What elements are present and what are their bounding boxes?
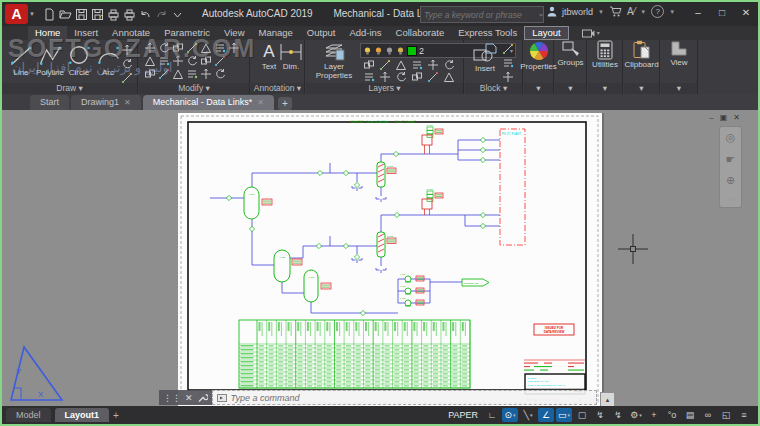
panel-label-block[interactable]: Block ▾	[465, 83, 522, 94]
new-layout-button[interactable]: +	[113, 410, 119, 421]
close-button[interactable]: ✕	[734, 2, 758, 24]
line-button[interactable]: Line	[5, 42, 37, 77]
save-icon[interactable]	[75, 8, 88, 21]
arc-button[interactable]: Arc	[92, 42, 124, 77]
ortho-icon[interactable]: ╲▾	[520, 408, 536, 422]
layout1-tab[interactable]: Layout1	[55, 408, 110, 422]
panel-label-draw[interactable]: Draw ▾	[2, 83, 137, 94]
modify-tools-row[interactable]	[144, 68, 226, 80]
panel-label-view[interactable]: ▾	[661, 83, 697, 94]
record-camera-icon[interactable]: ▾	[575, 26, 607, 40]
help-search-box[interactable]	[420, 6, 544, 23]
command-line-grip[interactable]: ⋮⋮ ✕	[159, 390, 212, 405]
insert-block-button[interactable]: Insert	[469, 42, 501, 73]
grip-dots-icon[interactable]: ⋮⋮	[163, 393, 181, 403]
command-line[interactable]: ⋮⋮ ✕ Type a command ▴	[159, 390, 597, 405]
drawing-window-controls[interactable]: –▣✕	[709, 113, 746, 122]
app-store-cart-icon[interactable]	[609, 6, 622, 17]
new-drawing-tab-button[interactable]: +	[278, 97, 292, 110]
search-binoculars-icon[interactable]	[539, 9, 543, 21]
navbar-caret-icon[interactable]: ▾	[729, 196, 732, 203]
groups-button[interactable]: Groups	[555, 40, 586, 67]
dimension-button[interactable]: Dim.	[278, 42, 304, 71]
user-menu-caret-icon[interactable]: ▼	[598, 9, 604, 15]
paper-space-label[interactable]: PAPER	[448, 410, 478, 420]
graphics-performance-icon[interactable]: ◱	[718, 408, 734, 422]
panel-label-layers[interactable]: Layers ▾	[306, 83, 463, 94]
file-tab-close-icon[interactable]: ✕	[257, 95, 264, 110]
navigation-bar[interactable]: ◎ ☛ ⊕ ▾	[719, 126, 742, 208]
annotation-visibility-icon[interactable]: ↯	[592, 408, 608, 422]
search-input[interactable]	[421, 10, 539, 20]
file-tab-mechanical-data-links-[interactable]: Mechanical - Data Links*✕	[143, 95, 274, 110]
circle-button[interactable]: Circle	[63, 42, 95, 77]
undo-icon[interactable]	[139, 8, 152, 21]
ribbon-tab-annotate[interactable]: Annotate	[105, 26, 157, 40]
ribbon-tab-output[interactable]: Output	[300, 26, 343, 40]
ribbon-tab-insert[interactable]: Insert	[67, 26, 105, 40]
crosshair-size-icon[interactable]: +	[646, 408, 662, 422]
ribbon-tab-add-ins[interactable]: Add-ins	[342, 26, 388, 40]
panel-label-groups[interactable]: ▾	[555, 83, 586, 94]
steering-wheel-icon[interactable]: ◎	[726, 131, 736, 144]
help-icon[interactable]: ?	[651, 5, 664, 18]
plot-icon[interactable]	[107, 8, 120, 21]
autodesk-exchange-icon[interactable]: A⁄	[627, 6, 635, 17]
modify-tools-row[interactable]	[144, 55, 226, 67]
layer-tools-row[interactable]	[362, 59, 456, 71]
ribbon-tab-manage[interactable]: Manage	[252, 26, 300, 40]
properties-button[interactable]: Properties	[524, 40, 553, 71]
view-button[interactable]: View	[661, 40, 697, 67]
block-extra-tools[interactable]	[502, 43, 514, 83]
print-icon[interactable]	[123, 8, 136, 21]
help-caret-icon[interactable]: ▼	[669, 9, 675, 15]
model-tab[interactable]: Model	[6, 408, 51, 422]
isometric-drafting-icon[interactable]: ▢	[574, 408, 590, 422]
exchange-caret-icon[interactable]: ▼	[640, 9, 646, 15]
ribbon-tab-collaborate[interactable]: Collaborate	[389, 26, 452, 40]
redo-icon[interactable]	[155, 8, 168, 21]
ribbon-tab-express-tools[interactable]: Express Tools	[451, 26, 524, 40]
layer-properties-button[interactable]: LayerProperties	[316, 42, 352, 80]
open-icon[interactable]	[59, 8, 72, 21]
ribbon-tab-layout[interactable]: Layout	[524, 26, 569, 40]
ribbon-tab-view[interactable]: View	[217, 26, 251, 40]
pan-hand-icon[interactable]: ☛	[726, 153, 736, 166]
panel-label-properties[interactable]: ▾	[524, 83, 553, 94]
maximize-button[interactable]: □	[710, 2, 734, 24]
saveas-icon[interactable]	[91, 8, 104, 21]
grid-snap-icon[interactable]: ⊙▾	[502, 408, 518, 422]
quick-properties-icon[interactable]: ▤	[682, 408, 698, 422]
layer-tools-row[interactable]	[362, 71, 456, 83]
ribbon-tab-parametric[interactable]: Parametric	[157, 26, 217, 40]
model-space-icon[interactable]: ∟	[484, 408, 500, 422]
command-close-icon[interactable]: ✕	[185, 393, 193, 403]
drawing-area[interactable]: PROCESS FLOW DIAGRAM - PILOT PLANTPILOT …	[2, 110, 758, 406]
annotation-autoscale-icon[interactable]: ↯	[610, 408, 626, 422]
command-input[interactable]: Type a command	[212, 390, 597, 405]
workspace-icon[interactable]: °o	[664, 408, 680, 422]
panel-label-utilities[interactable]: ▾	[588, 83, 622, 94]
annotation-scale-icon[interactable]: ⚙▾	[628, 408, 644, 422]
minimize-button[interactable]: –	[686, 2, 710, 24]
polyline-button[interactable]: Polyline	[34, 42, 66, 77]
command-history-button[interactable]: ▴	[600, 392, 615, 406]
polar-tracking-icon[interactable]: ∠	[538, 408, 554, 422]
panel-label-clipboard[interactable]: ▾	[624, 83, 659, 94]
new-icon[interactable]	[43, 8, 56, 21]
modify-tools-row[interactable]	[144, 42, 240, 54]
qat-menu-icon[interactable]	[171, 8, 184, 21]
ribbon-tab-home[interactable]: Home	[28, 26, 67, 40]
panel-label-modify[interactable]: Modify ▾	[139, 83, 249, 94]
layout-paper[interactable]: PROCESS FLOW DIAGRAM - PILOT PLANTPILOT …	[178, 113, 602, 406]
application-menu-button[interactable]: A	[5, 4, 28, 24]
utilities-button[interactable]: Utilities	[588, 40, 622, 69]
draw-extra-tools[interactable]	[121, 44, 133, 84]
panel-label-annotation[interactable]: Annotation ▾	[251, 83, 304, 94]
object-snap-icon[interactable]: ▭▾	[556, 408, 572, 422]
file-tab-close-icon[interactable]: ✕	[124, 95, 131, 110]
signed-in-user[interactable]: jtbworld	[562, 7, 593, 17]
customize-wrench-icon[interactable]	[197, 392, 208, 403]
isolate-objects-icon[interactable]: ∞	[700, 408, 716, 422]
file-tab-drawing1[interactable]: Drawing1✕	[71, 95, 141, 110]
